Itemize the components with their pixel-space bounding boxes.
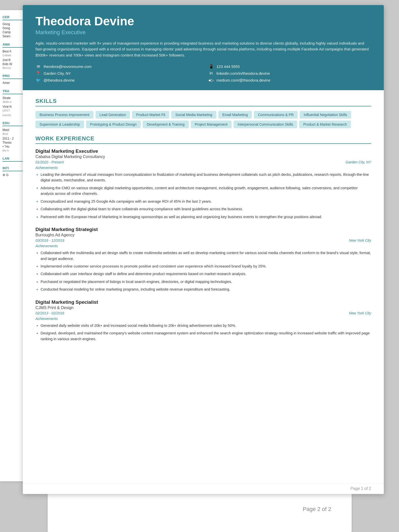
job-block: Digital Marketing Strategist Burroughs A… [35,227,371,292]
job-bullet: Leading the development of visual messag… [35,172,371,183]
page-behind-label: Page 2 of 2 [303,506,331,512]
skill-tag: Product & Market Research [299,121,351,128]
skill-tag: Project Management [191,121,232,128]
candidate-name: Theodora Devine [35,14,371,28]
contact-text: medium.com/@theodora.devine [217,78,271,82]
contact-text: linkedin.com/in/theodora.devine [217,71,270,75]
job-bullet: Generated daily website visits of 20k+ a… [35,323,371,328]
job-achievements-label: Achievements [35,317,371,321]
job-bullet: Purchased or negotiated the placement of… [35,279,371,284]
contact-text: @theodora.devine [44,78,75,82]
job-location: New York City [349,238,371,242]
contact-icon: ✉ [35,64,41,69]
job-meta: 01/2020 - Present Garden City, NY [35,160,371,164]
work-heading: WORK EXPERIENCE [35,135,371,144]
job-company: Cabalsa Digital Marketing Consultancy [35,155,371,159]
skill-tag: Social Media Marketing [171,111,216,119]
contact-icon: 🐦 [35,78,41,83]
job-title: Digital Marketing Executive [35,148,371,154]
job-location: New York City [349,311,371,315]
header-section: Theodora Devine Marketing Executive Agil… [23,5,384,90]
job-company: CJMS Print & Design [35,306,371,310]
job-dates: 03/2016 - 12/2019 [35,238,64,242]
jobs-container: Digital Marketing Executive Cabalsa Digi… [35,148,371,342]
work-experience-section: WORK EXPERIENCE Digital Marketing Execut… [35,135,371,342]
job-title: Digital Marketing Strategist [35,227,371,232]
job-bullet: Collaborating with the digital global te… [35,206,371,212]
job-achievements-label: Achievements [35,166,371,170]
skill-tag: Influential Negotiation Skills [300,111,351,119]
skills-heading: SKILLS [35,98,371,106]
contact-item: ✉theodora@novoresume.com [35,64,198,69]
job-achievements-label: Achievements [35,244,371,248]
skills-grid: Business Process ImprovementLead Generat… [35,111,371,128]
candidate-summary: Agile, results-oriented marketer with 9+… [35,40,371,58]
contact-icon: 📍 [35,71,41,76]
job-bullet: Implemented online customer service proc… [35,263,371,269]
job-location: Garden City, NY [346,160,371,164]
job-title: Digital Marketing Specialist [35,299,371,305]
job-bullets-list: Generated daily website visits of 20k+ a… [35,323,371,342]
skill-tag: Supervision & Leadership [35,121,84,128]
job-bullet: Collaborated with the multimedia and art… [35,250,371,261]
contact-text: theodora@novoresume.com [44,64,92,69]
skill-tag: Interpersonal Communication Skills [234,121,297,128]
page-number: Page 1 of 2 [23,483,384,494]
job-bullet: Conducted financial modeling for online … [35,287,371,292]
contact-icon: 📱 [208,64,214,69]
contact-item: 🐦@theodora.devine [35,78,198,83]
job-bullets-list: Leading the development of visual messag… [35,172,371,220]
contact-item: ●▷medium.com/@theodora.devine [208,78,371,83]
job-meta: 02/2013 - 02/2016 New York City [35,311,371,315]
job-block: Digital Marketing Executive Cabalsa Digi… [35,148,371,220]
job-bullet: Advising the CMO on various strategic di… [35,185,371,197]
skill-tag: Product-Market Fit [132,111,169,119]
contact-icon: in [208,71,214,75]
job-bullet: Partnered with the European Head of Mark… [35,214,371,220]
skill-tag: Prototyping & Product Design [86,121,141,128]
contact-grid: ✉theodora@novoresume.com📱123 444 5555📍Ga… [35,64,371,83]
job-block: Digital Marketing Specialist CJMS Print … [35,299,371,342]
job-meta: 03/2016 - 12/2019 New York City [35,238,371,242]
skill-tag: Communications & PR [254,111,298,119]
content-section: SKILLS Business Process ImprovementLead … [23,90,384,483]
skills-section: SKILLS Business Process ImprovementLead … [35,98,371,128]
skill-tag: Business Process Improvement [35,111,93,119]
job-bullet: Designed, developed, and maintained the … [35,330,371,342]
main-page: Theodora Devine Marketing Executive Agil… [23,5,384,494]
contact-item: 📱123 444 5555 [208,64,371,69]
contact-text: Garden City, NY [44,71,71,75]
job-bullet: Collaborated with user interface design … [35,271,371,277]
contact-icon: ●▷ [208,78,214,83]
skill-tag: Lead Generation [96,111,130,119]
skill-tag: Development & Training [143,121,188,128]
job-bullet: Conceptualized and managing 25 Google Ad… [35,199,371,204]
contact-text: 123 444 5555 [217,64,240,69]
job-company: Burroughs Ad Agency [35,233,371,237]
job-dates: 01/2020 - Present [35,160,64,164]
job-bullets-list: Collaborated with the multimedia and art… [35,250,371,292]
contact-item: 📍Garden City, NY [35,71,198,76]
candidate-title: Marketing Executive [35,29,371,36]
skill-tag: Email Marketing [218,111,252,119]
contact-item: inlinkedin.com/in/theodora.devine [208,71,371,76]
job-dates: 02/2013 - 02/2016 [35,311,64,315]
